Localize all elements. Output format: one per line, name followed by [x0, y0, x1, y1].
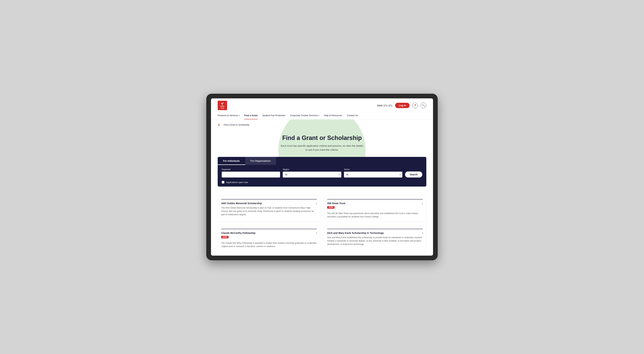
- result-description: Dick and Mary Earle established this sch…: [327, 236, 423, 246]
- nav-item-find-grant[interactable]: Find a Grant: [244, 112, 258, 119]
- search-section: For Individuals For Organisations Keywor…: [211, 157, 433, 192]
- breadcrumb-current: Find a Grant or Scholarship: [224, 124, 249, 126]
- breadcrumb-separator: /: [222, 124, 222, 126]
- result-header: AW Shaw Trust ›: [327, 202, 423, 205]
- browser-window: Public Trust 0800 371 471 Log in 📍 🔍: [211, 98, 433, 256]
- chevron-right-icon: ›: [422, 232, 423, 235]
- nav-upper: Public Trust 0800 371 471 Log in 📍 🔍: [218, 98, 426, 112]
- result-header: Claude McCarthy Fellowship ›: [221, 232, 317, 235]
- keywords-field-group: Keywords: [222, 168, 280, 178]
- region-select-wrap: All Auckland Bay of Plenty Canterbury We…: [283, 172, 341, 178]
- results-section: ANV Dobbs Memorial Scholarship › The ANV…: [211, 192, 433, 256]
- logo[interactable]: Public Trust: [218, 101, 227, 110]
- result-title: ANV Dobbs Memorial Scholarship: [221, 202, 314, 205]
- result-header: ANV Dobbs Memorial Scholarship ›: [221, 202, 317, 205]
- nav-item-help[interactable]: Help & Resources: [324, 112, 342, 119]
- region-label: Region: [283, 168, 341, 171]
- keywords-input[interactable]: [222, 172, 280, 178]
- tabs-row: For Individuals For Organisations: [218, 157, 426, 165]
- nav-item-products[interactable]: Products & Services ▾: [218, 112, 240, 119]
- nav-right: 0800 371 471 Log in 📍 🔍: [377, 103, 426, 108]
- tab-individuals[interactable]: For Individuals: [218, 157, 245, 165]
- chevron-right-icon: ›: [422, 202, 423, 205]
- breadcrumb-home[interactable]: 🏠: [218, 123, 220, 126]
- keywords-label: Keywords: [222, 168, 280, 171]
- logo-svg: Public Trust: [218, 101, 227, 110]
- result-card-inner: Dick and Mary Earle Scholarship in Techn…: [327, 229, 423, 246]
- search-button[interactable]: Search: [405, 171, 422, 178]
- result-card-inner: ANV Dobbs Memorial Scholarship › The ANV…: [221, 199, 317, 216]
- result-card-inner: Claude McCarthy Fellowship › OPEN The Cl…: [221, 229, 317, 248]
- result-card-anv-dobbs[interactable]: ANV Dobbs Memorial Scholarship › The ANV…: [218, 196, 320, 222]
- sector-label: Sector: [344, 168, 402, 171]
- result-card-dick-mary-earle[interactable]: Dick and Mary Earle Scholarship in Techn…: [324, 225, 426, 252]
- result-title: Dick and Mary Earle Scholarship in Techn…: [327, 232, 420, 234]
- region-select[interactable]: All Auckland Bay of Plenty Canterbury We…: [283, 172, 341, 178]
- checkbox-row: Applications open now: [218, 181, 426, 187]
- result-header: Dick and Mary Earle Scholarship in Techn…: [327, 232, 423, 235]
- nav-item-contact[interactable]: Contact Us: [347, 112, 358, 119]
- result-card-inner: AW Shaw Trust › OPEN The late Mr Allan S…: [327, 199, 423, 218]
- location-icon: 📍: [414, 104, 416, 107]
- page-title: Find a Grant or Scholarship: [218, 134, 426, 141]
- search-icon: 🔍: [422, 104, 425, 107]
- nav-item-student-fee[interactable]: Student Fee Protection: [262, 112, 286, 119]
- chevron-down-icon: ▾: [318, 114, 319, 116]
- hero-section: 🏠 / Find a Grant or Scholarship Find a G…: [211, 119, 433, 157]
- search-panel: For Individuals For Organisations Keywor…: [218, 157, 426, 187]
- open-badge: OPEN: [221, 236, 228, 238]
- nav-lower: Products & Services ▾ Find a Grant Stude…: [218, 112, 426, 119]
- svg-text:Trust: Trust: [221, 107, 224, 109]
- login-button[interactable]: Log in: [395, 103, 410, 108]
- svg-text:Public: Public: [220, 105, 224, 107]
- chevron-right-icon: ›: [316, 232, 317, 235]
- sector-field-group: Sector All Arts Education Science Techno…: [344, 168, 402, 178]
- chevron-right-icon: ›: [316, 202, 317, 205]
- hero-content: Find a Grant or Scholarship Each trust h…: [218, 128, 426, 157]
- result-description: The ANV Dobbs Memorial Scholarship is op…: [221, 206, 317, 216]
- sector-select[interactable]: All Arts Education Science Technology: [344, 172, 402, 178]
- tab-organisations[interactable]: For Organisations: [245, 157, 276, 165]
- result-title: Claude McCarthy Fellowship: [221, 232, 314, 234]
- applications-open-label[interactable]: Applications open now: [226, 181, 248, 184]
- nav-item-corporate[interactable]: Corporate Trustee Services ▾: [290, 112, 319, 119]
- chevron-down-icon: ▾: [239, 114, 240, 116]
- hero-subtitle: Each trust has specific application crit…: [280, 144, 364, 152]
- search-icon-button[interactable]: 🔍: [420, 103, 426, 108]
- applications-open-checkbox[interactable]: [222, 181, 224, 184]
- top-bar: Public Trust 0800 371 471 Log in 📍 🔍: [211, 98, 433, 119]
- search-fields: Keywords Region All Auckland Bay of Plen…: [218, 165, 426, 181]
- open-badge: OPEN: [327, 206, 334, 209]
- result-card-aw-shaw[interactable]: AW Shaw Trust › OPEN The late Mr Allan S…: [324, 196, 426, 222]
- sector-select-wrap: All Arts Education Science Technology: [344, 172, 402, 178]
- result-description: The late Mr Allan Shaw was passionate ab…: [327, 212, 423, 218]
- phone-number: 0800 371 471: [377, 104, 392, 107]
- result-title: AW Shaw Trust: [327, 202, 420, 205]
- region-field-group: Region All Auckland Bay of Plenty Canter…: [283, 168, 341, 178]
- location-icon-button[interactable]: 📍: [412, 103, 418, 108]
- device-frame: Public Trust 0800 371 471 Log in 📍 🔍: [206, 94, 438, 260]
- result-description: The Claude McCarthy Fellowship is awarde…: [221, 241, 317, 248]
- result-card-claude-mccarthy[interactable]: Claude McCarthy Fellowship › OPEN The Cl…: [218, 225, 320, 252]
